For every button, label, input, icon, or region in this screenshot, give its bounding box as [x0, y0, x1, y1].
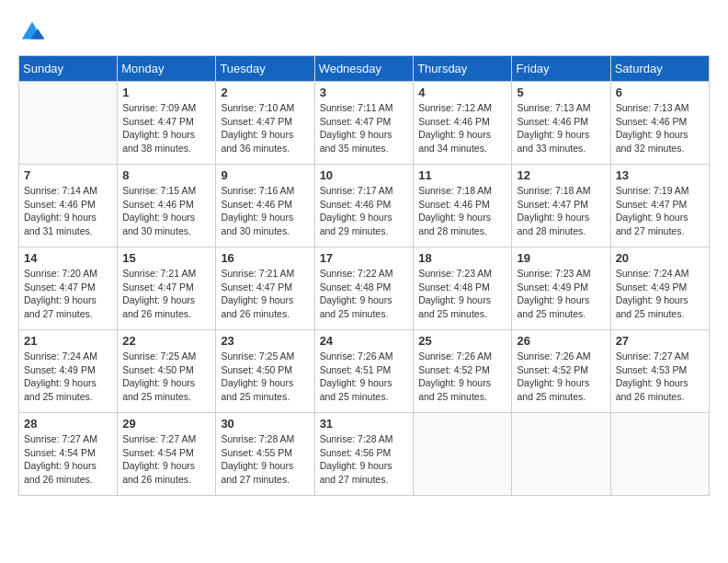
- header-thursday: Thursday: [414, 56, 512, 82]
- header-saturday: Saturday: [610, 56, 709, 82]
- day-info: Sunrise: 7:21 AMSunset: 4:47 PMDaylight:…: [122, 267, 210, 321]
- day-info: Sunrise: 7:26 AMSunset: 4:52 PMDaylight:…: [517, 350, 605, 404]
- day-number: 20: [616, 251, 704, 265]
- day-info: Sunrise: 7:23 AMSunset: 4:49 PMDaylight:…: [517, 267, 605, 321]
- calendar-week-row: 1Sunrise: 7:09 AMSunset: 4:47 PMDaylight…: [19, 82, 710, 165]
- calendar-cell: 7Sunrise: 7:14 AMSunset: 4:46 PMDaylight…: [19, 165, 118, 247]
- day-number: 16: [221, 251, 309, 265]
- day-number: 1: [122, 86, 210, 99]
- calendar-cell: 1Sunrise: 7:09 AMSunset: 4:47 PMDaylight…: [118, 82, 216, 165]
- day-info: Sunrise: 7:09 AMSunset: 4:47 PMDaylight:…: [122, 101, 210, 155]
- day-info: Sunrise: 7:18 AMSunset: 4:46 PMDaylight:…: [418, 184, 506, 238]
- calendar-cell: 19Sunrise: 7:23 AMSunset: 4:49 PMDayligh…: [512, 247, 610, 330]
- day-number: 13: [616, 168, 704, 182]
- logo-icon: [18, 18, 46, 46]
- day-info: Sunrise: 7:14 AMSunset: 4:46 PMDaylight:…: [24, 184, 112, 238]
- calendar-cell: 13Sunrise: 7:19 AMSunset: 4:47 PMDayligh…: [610, 165, 709, 247]
- calendar-cell: 6Sunrise: 7:13 AMSunset: 4:46 PMDaylight…: [610, 82, 709, 165]
- calendar-cell: [610, 413, 709, 496]
- day-info: Sunrise: 7:21 AMSunset: 4:47 PMDaylight:…: [221, 267, 309, 321]
- day-number: 23: [221, 334, 309, 348]
- calendar-cell: [414, 413, 512, 496]
- calendar-cell: 22Sunrise: 7:25 AMSunset: 4:50 PMDayligh…: [118, 330, 216, 413]
- calendar-cell: 4Sunrise: 7:12 AMSunset: 4:46 PMDaylight…: [414, 82, 512, 165]
- day-info: Sunrise: 7:10 AMSunset: 4:47 PMDaylight:…: [221, 101, 309, 155]
- calendar-week-row: 14Sunrise: 7:20 AMSunset: 4:47 PMDayligh…: [19, 247, 710, 330]
- calendar-week-row: 21Sunrise: 7:24 AMSunset: 4:49 PMDayligh…: [19, 330, 710, 413]
- day-number: 6: [616, 86, 704, 99]
- logo: [18, 18, 50, 46]
- day-info: Sunrise: 7:18 AMSunset: 4:47 PMDaylight:…: [517, 184, 605, 238]
- day-number: 14: [24, 251, 112, 265]
- calendar-cell: 11Sunrise: 7:18 AMSunset: 4:46 PMDayligh…: [414, 165, 512, 247]
- day-info: Sunrise: 7:25 AMSunset: 4:50 PMDaylight:…: [221, 350, 309, 404]
- calendar-header-row: SundayMondayTuesdayWednesdayThursdayFrid…: [19, 56, 710, 82]
- day-info: Sunrise: 7:24 AMSunset: 4:49 PMDaylight:…: [616, 267, 704, 321]
- calendar-cell: [19, 82, 118, 165]
- day-number: 25: [418, 334, 506, 348]
- calendar-cell: 26Sunrise: 7:26 AMSunset: 4:52 PMDayligh…: [512, 330, 610, 413]
- header-monday: Monday: [118, 56, 216, 82]
- header-sunday: Sunday: [19, 56, 118, 82]
- day-info: Sunrise: 7:26 AMSunset: 4:52 PMDaylight:…: [418, 350, 506, 404]
- calendar-cell: 23Sunrise: 7:25 AMSunset: 4:50 PMDayligh…: [216, 330, 314, 413]
- day-info: Sunrise: 7:16 AMSunset: 4:46 PMDaylight:…: [221, 184, 309, 238]
- day-info: Sunrise: 7:19 AMSunset: 4:47 PMDaylight:…: [616, 184, 704, 238]
- calendar-cell: 10Sunrise: 7:17 AMSunset: 4:46 PMDayligh…: [314, 165, 414, 247]
- calendar-cell: 18Sunrise: 7:23 AMSunset: 4:48 PMDayligh…: [414, 247, 512, 330]
- day-number: 19: [517, 251, 605, 265]
- page-header: [18, 18, 710, 46]
- header-tuesday: Tuesday: [216, 56, 314, 82]
- day-number: 24: [320, 334, 409, 348]
- day-info: Sunrise: 7:25 AMSunset: 4:50 PMDaylight:…: [122, 350, 210, 404]
- day-number: 30: [221, 417, 309, 431]
- day-info: Sunrise: 7:27 AMSunset: 4:54 PMDaylight:…: [24, 432, 112, 487]
- day-info: Sunrise: 7:26 AMSunset: 4:51 PMDaylight:…: [320, 350, 409, 404]
- day-number: 9: [221, 168, 309, 182]
- day-info: Sunrise: 7:20 AMSunset: 4:47 PMDaylight:…: [24, 267, 112, 321]
- day-info: Sunrise: 7:15 AMSunset: 4:46 PMDaylight:…: [122, 184, 210, 238]
- calendar-cell: 8Sunrise: 7:15 AMSunset: 4:46 PMDaylight…: [118, 165, 216, 247]
- day-number: 26: [517, 334, 605, 348]
- day-info: Sunrise: 7:13 AMSunset: 4:46 PMDaylight:…: [517, 101, 605, 155]
- calendar-cell: 21Sunrise: 7:24 AMSunset: 4:49 PMDayligh…: [19, 330, 118, 413]
- day-info: Sunrise: 7:27 AMSunset: 4:54 PMDaylight:…: [122, 432, 210, 487]
- calendar-cell: 25Sunrise: 7:26 AMSunset: 4:52 PMDayligh…: [414, 330, 512, 413]
- day-info: Sunrise: 7:11 AMSunset: 4:47 PMDaylight:…: [320, 101, 409, 155]
- calendar-cell: 16Sunrise: 7:21 AMSunset: 4:47 PMDayligh…: [216, 247, 314, 330]
- header-friday: Friday: [512, 56, 610, 82]
- day-info: Sunrise: 7:28 AMSunset: 4:55 PMDaylight:…: [221, 432, 309, 487]
- day-number: 22: [122, 334, 210, 348]
- calendar-cell: 3Sunrise: 7:11 AMSunset: 4:47 PMDaylight…: [314, 82, 414, 165]
- day-info: Sunrise: 7:17 AMSunset: 4:46 PMDaylight:…: [320, 184, 409, 238]
- day-info: Sunrise: 7:27 AMSunset: 4:53 PMDaylight:…: [616, 350, 704, 404]
- day-info: Sunrise: 7:13 AMSunset: 4:46 PMDaylight:…: [616, 101, 704, 155]
- calendar-table: SundayMondayTuesdayWednesdayThursdayFrid…: [18, 55, 710, 496]
- day-info: Sunrise: 7:28 AMSunset: 4:56 PMDaylight:…: [320, 432, 409, 487]
- day-number: 5: [517, 86, 605, 99]
- calendar-week-row: 7Sunrise: 7:14 AMSunset: 4:46 PMDaylight…: [19, 165, 710, 247]
- day-number: 11: [418, 168, 506, 182]
- calendar-cell: 14Sunrise: 7:20 AMSunset: 4:47 PMDayligh…: [19, 247, 118, 330]
- calendar-cell: 12Sunrise: 7:18 AMSunset: 4:47 PMDayligh…: [512, 165, 610, 247]
- day-info: Sunrise: 7:23 AMSunset: 4:48 PMDaylight:…: [418, 267, 506, 321]
- day-number: 28: [24, 417, 112, 431]
- calendar-cell: 2Sunrise: 7:10 AMSunset: 4:47 PMDaylight…: [216, 82, 314, 165]
- calendar-cell: 31Sunrise: 7:28 AMSunset: 4:56 PMDayligh…: [314, 413, 414, 496]
- calendar-cell: [512, 413, 610, 496]
- calendar-cell: 24Sunrise: 7:26 AMSunset: 4:51 PMDayligh…: [314, 330, 414, 413]
- day-number: 2: [221, 86, 309, 99]
- calendar-cell: 9Sunrise: 7:16 AMSunset: 4:46 PMDaylight…: [216, 165, 314, 247]
- day-number: 17: [320, 251, 409, 265]
- calendar-cell: 30Sunrise: 7:28 AMSunset: 4:55 PMDayligh…: [216, 413, 314, 496]
- day-info: Sunrise: 7:22 AMSunset: 4:48 PMDaylight:…: [320, 267, 409, 321]
- calendar-cell: 20Sunrise: 7:24 AMSunset: 4:49 PMDayligh…: [610, 247, 709, 330]
- day-number: 27: [616, 334, 704, 348]
- calendar-cell: 29Sunrise: 7:27 AMSunset: 4:54 PMDayligh…: [118, 413, 216, 496]
- day-number: 8: [122, 168, 210, 182]
- day-info: Sunrise: 7:12 AMSunset: 4:46 PMDaylight:…: [418, 101, 506, 155]
- day-number: 10: [320, 168, 409, 182]
- day-number: 12: [517, 168, 605, 182]
- calendar-cell: 17Sunrise: 7:22 AMSunset: 4:48 PMDayligh…: [314, 247, 414, 330]
- calendar-cell: 27Sunrise: 7:27 AMSunset: 4:53 PMDayligh…: [610, 330, 709, 413]
